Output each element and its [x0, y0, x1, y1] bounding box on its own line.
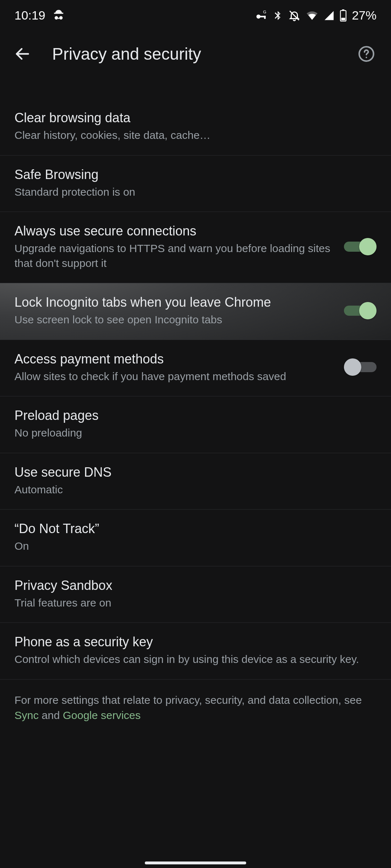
svg-point-10: [366, 57, 367, 58]
item-title: Preload pages: [14, 407, 377, 424]
item-subtitle: Upgrade navigations to HTTPS and warn yo…: [14, 241, 335, 271]
item-preload-pages[interactable]: Preload pages No preloading: [0, 396, 391, 453]
svg-point-0: [256, 14, 260, 18]
status-bar-left: 10:19: [14, 8, 66, 22]
item-subtitle: Use screen lock to see open Incognito ta…: [14, 312, 335, 327]
battery-icon: [340, 9, 347, 22]
vpn-key-icon: G: [255, 9, 267, 22]
back-button[interactable]: [11, 42, 34, 65]
footer-text: For more settings that relate to privacy…: [14, 694, 362, 706]
gesture-nav-bar[interactable]: [0, 861, 391, 864]
item-title: “Do Not Track”: [14, 520, 377, 537]
toggle-lock-incognito[interactable]: [344, 302, 377, 319]
signal-icon: [324, 10, 335, 21]
footer-text-mid: and: [39, 709, 63, 721]
item-clear-browsing-data[interactable]: Clear browsing data Clear history, cooki…: [0, 99, 391, 156]
svg-rect-6: [342, 9, 344, 10]
nav-pill-icon: [145, 861, 246, 864]
item-lock-incognito[interactable]: Lock Incognito tabs when you leave Chrom…: [0, 283, 391, 340]
item-subtitle: Trial features are on: [14, 596, 377, 610]
item-title: Phone as a security key: [14, 634, 377, 650]
link-google-services[interactable]: Google services: [63, 709, 140, 721]
status-bar: 10:19 G 27%: [0, 0, 391, 31]
item-safe-browsing[interactable]: Safe Browsing Standard protection is on: [0, 156, 391, 212]
svg-text:G: G: [263, 10, 266, 14]
item-title: Always use secure connections: [14, 223, 335, 239]
settings-list: Clear browsing data Clear history, cooki…: [0, 77, 391, 736]
item-title: Privacy Sandbox: [14, 577, 377, 593]
dnd-off-icon: [288, 9, 300, 22]
toggle-secure-connections[interactable]: [344, 238, 377, 255]
item-payment-methods[interactable]: Access payment methods Allow sites to ch…: [0, 340, 391, 397]
help-icon: [357, 45, 375, 63]
toggle-payment-methods[interactable]: [344, 358, 377, 376]
item-title: Clear browsing data: [14, 110, 377, 126]
footer-note: For more settings that relate to privacy…: [0, 680, 391, 736]
item-subtitle: Standard protection is on: [14, 185, 377, 200]
incognito-icon: [52, 9, 66, 22]
item-title: Safe Browsing: [14, 166, 377, 183]
arrow-left-icon: [14, 45, 31, 63]
svg-rect-7: [341, 18, 345, 20]
link-sync[interactable]: Sync: [14, 709, 39, 721]
app-bar: Privacy and security: [0, 31, 391, 77]
item-subtitle: On: [14, 539, 377, 554]
item-privacy-sandbox[interactable]: Privacy Sandbox Trial features are on: [0, 566, 391, 623]
page-title: Privacy and security: [34, 44, 356, 64]
item-subtitle: Allow sites to check if you have payment…: [14, 369, 335, 384]
item-subtitle: No preloading: [14, 426, 377, 441]
svg-rect-2: [264, 16, 265, 19]
item-subtitle: Clear history, cookies, site data, cache…: [14, 128, 377, 143]
item-subtitle: Automatic: [14, 482, 377, 497]
item-title: Access payment methods: [14, 351, 335, 367]
item-title: Use secure DNS: [14, 464, 377, 480]
item-secure-connections[interactable]: Always use secure connections Upgrade na…: [0, 212, 391, 283]
wifi-icon: [306, 10, 319, 21]
item-phone-security-key[interactable]: Phone as a security key Control which de…: [0, 623, 391, 680]
item-secure-dns[interactable]: Use secure DNS Automatic: [0, 453, 391, 510]
clock: 10:19: [14, 8, 45, 22]
item-title: Lock Incognito tabs when you leave Chrom…: [14, 294, 335, 310]
help-button[interactable]: [356, 44, 377, 64]
status-bar-right: G 27%: [255, 8, 377, 22]
item-do-not-track[interactable]: “Do Not Track” On: [0, 510, 391, 566]
item-subtitle: Control which devices can sign in by usi…: [14, 652, 377, 667]
battery-text: 27%: [352, 8, 377, 22]
bluetooth-icon: [272, 9, 283, 22]
